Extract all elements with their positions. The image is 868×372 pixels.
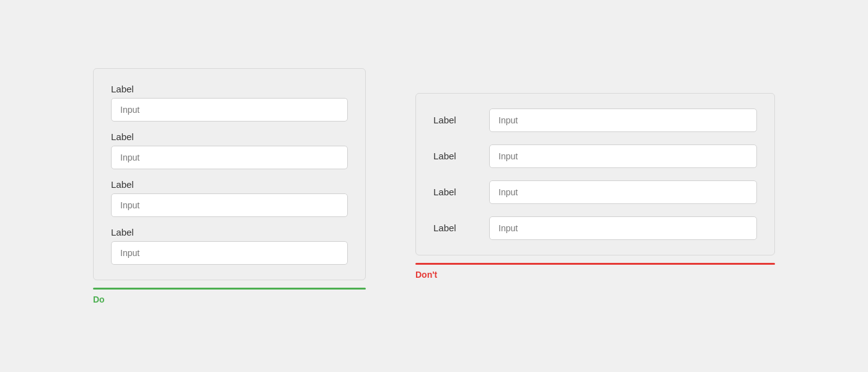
form-group-1: Label xyxy=(111,84,348,122)
form-group-4: Label xyxy=(111,227,348,265)
dont-indicator-bar xyxy=(415,263,775,265)
do-form-card: Label Label Label Label xyxy=(93,68,366,280)
dont-form-input-1[interactable] xyxy=(489,108,757,132)
dont-form-label-4: Label xyxy=(433,223,489,233)
dont-form-card: Label Label Label Label xyxy=(415,93,775,255)
form-label-2: Label xyxy=(111,131,348,142)
form-group-2: Label xyxy=(111,131,348,169)
do-indicator-label: Do xyxy=(93,294,366,304)
dont-form-input-2[interactable] xyxy=(489,144,757,168)
dont-indicator-label: Don't xyxy=(415,270,775,280)
dont-example: Label Label Label Label Don't xyxy=(415,93,775,280)
form-input-4[interactable] xyxy=(111,241,348,265)
form-label-4: Label xyxy=(111,227,348,237)
dont-form-group-3: Label xyxy=(433,180,757,204)
dont-form-label-1: Label xyxy=(433,115,489,125)
dont-form-label-3: Label xyxy=(433,187,489,197)
dont-form-input-3[interactable] xyxy=(489,180,757,204)
form-label-3: Label xyxy=(111,179,348,190)
do-example: Label Label Label Label Do xyxy=(93,68,366,304)
form-group-3: Label xyxy=(111,179,348,217)
dont-form-group-1: Label xyxy=(433,108,757,132)
do-indicator-bar xyxy=(93,288,366,290)
form-label-1: Label xyxy=(111,84,348,94)
form-input-1[interactable] xyxy=(111,98,348,122)
dont-form-label-2: Label xyxy=(433,151,489,161)
form-input-2[interactable] xyxy=(111,146,348,169)
dont-form-group-4: Label xyxy=(433,216,757,240)
form-input-3[interactable] xyxy=(111,193,348,217)
dont-form-input-4[interactable] xyxy=(489,216,757,240)
dont-form-group-2: Label xyxy=(433,144,757,168)
